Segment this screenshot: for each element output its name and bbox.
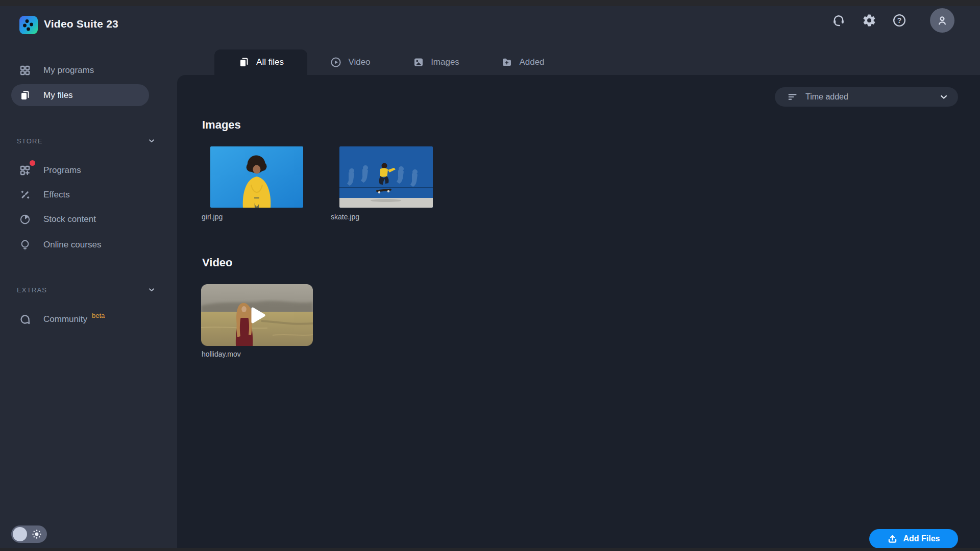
- window-bottom-strip: [0, 548, 980, 551]
- app-logo-icon: [19, 16, 38, 34]
- sidebar-item-programs[interactable]: Programs: [11, 159, 149, 181]
- sidebar-item-online-courses[interactable]: Online courses: [11, 234, 149, 256]
- sidebar-item-label: Effects: [43, 190, 70, 200]
- gear-icon: [862, 13, 876, 28]
- section-title: EXTRAS: [17, 286, 47, 294]
- file-name: girl.jpg: [202, 213, 223, 221]
- tab-images[interactable]: Images: [398, 49, 474, 75]
- support-button[interactable]: [828, 10, 849, 31]
- tab-label: Video: [348, 57, 370, 67]
- file-thumbnail-skate[interactable]: [339, 146, 433, 208]
- file-name: holliday.mov: [202, 350, 241, 358]
- sort-lines-icon: [787, 91, 798, 103]
- tab-video[interactable]: Video: [317, 49, 383, 75]
- help-button[interactable]: ?: [889, 10, 910, 31]
- tab-label: Added: [519, 57, 544, 67]
- person-icon: [936, 14, 949, 27]
- file-thumbnail-holliday[interactable]: [201, 284, 313, 346]
- window-titlebar: [0, 0, 980, 6]
- file-name: skate.jpg: [331, 213, 359, 221]
- play-circle-icon: [330, 56, 342, 68]
- sidebar-item-stock-content[interactable]: Stock content: [11, 208, 149, 230]
- add-files-button[interactable]: Add Files: [869, 529, 958, 548]
- file-thumbnail-girl[interactable]: [210, 146, 303, 208]
- sidebar-item-label: Programs: [43, 165, 81, 176]
- sidebar-item-label: Stock content: [43, 214, 96, 224]
- pie-icon: [19, 213, 31, 226]
- tab-all-files[interactable]: All files: [214, 49, 307, 75]
- settings-button[interactable]: [859, 10, 879, 31]
- svg-text:?: ?: [897, 16, 902, 24]
- sidebar-item-community[interactable]: Community beta: [11, 308, 149, 330]
- chevron-down-icon: [148, 137, 156, 145]
- section-heading-images: Images: [202, 118, 241, 132]
- toggle-knob: [13, 527, 27, 541]
- grid-icon: [19, 64, 31, 77]
- sidebar-item-label: My files: [43, 90, 73, 101]
- notification-badge: [30, 160, 35, 166]
- tab-added[interactable]: Added: [489, 49, 556, 75]
- theme-toggle[interactable]: [11, 525, 47, 543]
- tab-label: All files: [256, 57, 284, 67]
- grid-plus-icon: [19, 164, 31, 177]
- skate-photo: [339, 146, 433, 208]
- beta-badge: beta: [92, 312, 105, 319]
- sidebar-section-extras[interactable]: EXTRAS: [17, 285, 156, 294]
- sidebar-item-effects[interactable]: Effects: [11, 184, 149, 206]
- chevron-down-icon: [148, 286, 156, 294]
- upload-icon: [887, 534, 898, 544]
- speech-bubble-icon: [19, 313, 31, 325]
- girl-photo: [210, 146, 303, 208]
- sidebar-section-store[interactable]: STORE: [17, 136, 156, 145]
- app-title: Video Suite 23: [44, 18, 118, 30]
- sort-dropdown[interactable]: Time added: [775, 87, 958, 107]
- sidebar-item-label: Community: [43, 314, 87, 324]
- question-icon: ?: [892, 13, 906, 28]
- sidebar-item-label: My programs: [43, 65, 94, 76]
- lightbulb-icon: [19, 239, 31, 251]
- magic-wand-icon: [19, 189, 31, 201]
- sort-label: Time added: [805, 92, 848, 102]
- section-title: STORE: [17, 137, 43, 145]
- section-heading-video: Video: [202, 256, 233, 269]
- sidebar-item-label: Online courses: [43, 240, 101, 250]
- sidebar-item-my-files[interactable]: My files: [11, 84, 149, 106]
- image-icon: [412, 56, 425, 68]
- files-icon: [238, 56, 250, 68]
- holliday-video-frame: [201, 284, 313, 346]
- folder-plus-icon: [501, 56, 513, 68]
- account-button[interactable]: [930, 8, 954, 33]
- add-files-label: Add Files: [903, 534, 940, 543]
- sidebar-item-my-programs[interactable]: My programs: [11, 59, 149, 81]
- sun-icon: [31, 528, 43, 540]
- tab-label: Images: [431, 57, 459, 67]
- chevron-down-icon: [939, 92, 949, 102]
- headset-icon: [831, 13, 846, 28]
- files-icon: [19, 89, 31, 102]
